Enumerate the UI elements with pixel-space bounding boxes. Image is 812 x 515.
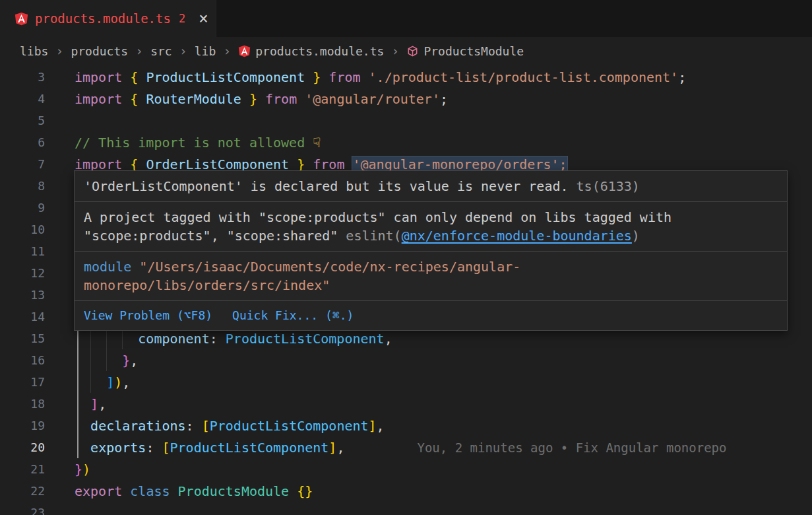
breadcrumb-item-file[interactable]: products.module.ts bbox=[238, 44, 384, 58]
code-text: import { ProductListComponent } from './… bbox=[65, 69, 686, 85]
tab-products-module-ts[interactable]: products.module.ts 2 × bbox=[0, 0, 216, 37]
breadcrumb-item-lib[interactable]: lib bbox=[195, 44, 216, 58]
hover-message: 'OrderListComponent' is declared but its… bbox=[75, 171, 787, 202]
hover-message: module "/Users/isaac/Documents/code/nx-r… bbox=[75, 252, 787, 301]
code-text: declarations: [ProductListComponent], bbox=[65, 418, 385, 434]
hover-message-line: A project tagged with "scope:products" c… bbox=[84, 208, 778, 226]
chevron-right-icon: › bbox=[390, 43, 400, 59]
code-text: ]), bbox=[65, 374, 130, 390]
chevron-right-icon: › bbox=[222, 43, 232, 59]
tab-bar: products.module.ts 2 × bbox=[0, 0, 812, 37]
line-number: 13 bbox=[0, 288, 65, 302]
hover-actions: View Problem (⌥F8)Quick Fix... (⌘.) bbox=[75, 301, 787, 330]
tab-title: products.module.ts bbox=[35, 11, 171, 26]
line-number: 3 bbox=[0, 70, 65, 84]
breadcrumb-item-src[interactable]: src bbox=[150, 44, 172, 58]
code-text: component: ProductListComponent, bbox=[65, 331, 392, 347]
line-number: 19 bbox=[0, 419, 65, 432]
code-line-3[interactable]: 3import { ProductListComponent } from '.… bbox=[0, 66, 812, 88]
code-line-4[interactable]: 4import { RouterModule } from '@angular/… bbox=[0, 88, 812, 110]
chevron-right-icon: › bbox=[135, 43, 144, 59]
chevron-right-icon: › bbox=[55, 43, 64, 59]
code-text: }) bbox=[65, 462, 90, 477]
code-line-5[interactable]: 5 bbox=[0, 110, 812, 131]
line-number: 15 bbox=[0, 331, 65, 345]
code-text: // This import is not allowed ☟ bbox=[65, 135, 321, 151]
tab-problem-count-badge: 2 bbox=[179, 12, 185, 25]
hover-message-line: 'OrderListComponent' is declared but its… bbox=[84, 177, 778, 195]
code-line-16[interactable]: 16 }, bbox=[0, 349, 812, 371]
indent-guide bbox=[90, 349, 91, 371]
breadcrumb-item-products[interactable]: products bbox=[71, 44, 128, 58]
line-number: 4 bbox=[0, 92, 65, 106]
code-text: ], bbox=[65, 396, 106, 412]
line-number: 6 bbox=[0, 135, 65, 149]
indent-guide bbox=[90, 371, 91, 393]
code-text: export class ProductsModule {} bbox=[65, 483, 313, 499]
line-number: 18 bbox=[0, 397, 65, 411]
module-symbol-icon bbox=[406, 45, 419, 57]
view-problem-action[interactable]: View Problem (⌥F8) bbox=[84, 306, 212, 325]
line-number: 11 bbox=[0, 244, 65, 258]
hover-message: A project tagged with "scope:products" c… bbox=[75, 202, 787, 252]
line-number: 20 bbox=[0, 440, 65, 454]
breadcrumb-item-symbol[interactable]: ProductsModule bbox=[406, 44, 524, 58]
hover-message-line: module "/Users/isaac/Documents/code/nx-r… bbox=[84, 258, 778, 276]
line-number: 14 bbox=[0, 310, 65, 324]
code-line-6[interactable]: 6// This import is not allowed ☟ bbox=[0, 131, 812, 153]
active-indent-guide bbox=[77, 327, 78, 458]
eslint-rule-link[interactable]: @nx/enforce-module-boundaries bbox=[402, 228, 632, 244]
line-number: 23 bbox=[0, 506, 65, 515]
code-text: }, bbox=[65, 353, 138, 368]
angular-icon bbox=[238, 45, 251, 57]
hover-message-line: monorepo/libs/orders/src/index" bbox=[84, 276, 778, 294]
line-number: 8 bbox=[0, 179, 65, 193]
git-blame-annotation: You, 2 minutes ago • Fix Angular monorep… bbox=[417, 440, 726, 455]
line-number: 16 bbox=[0, 353, 65, 367]
line-number: 21 bbox=[0, 462, 65, 476]
hover-popup: 'OrderListComponent' is declared but its… bbox=[74, 170, 788, 331]
close-icon[interactable]: × bbox=[199, 11, 208, 26]
breadcrumb: libs › products › src › lib › products.m… bbox=[0, 37, 812, 65]
code-text: exports: [ProductListComponent], bbox=[65, 440, 344, 456]
line-number: 9 bbox=[0, 201, 65, 215]
code-line-23[interactable]: 23 bbox=[0, 502, 812, 515]
code-line-19[interactable]: 19 declarations: [ProductListComponent], bbox=[0, 415, 812, 436]
editor[interactable]: 3import { ProductListComponent } from '.… bbox=[0, 65, 812, 515]
quick-fix-action[interactable]: Quick Fix... (⌘.) bbox=[232, 306, 354, 325]
breadcrumb-item-libs[interactable]: libs bbox=[20, 44, 48, 58]
chevron-right-icon: › bbox=[179, 43, 188, 59]
breadcrumb-file-label: products.module.ts bbox=[255, 44, 384, 58]
line-number: 17 bbox=[0, 375, 65, 389]
code-text: import { OrderListComponent } from '@ang… bbox=[65, 156, 567, 172]
line-number: 10 bbox=[0, 223, 65, 236]
code-text: import { RouterModule } from '@angular/r… bbox=[65, 91, 448, 107]
code-line-22[interactable]: 22export class ProductsModule {} bbox=[0, 480, 812, 502]
hover-message-line: "scope:products", "scope:shared" eslint(… bbox=[84, 226, 778, 245]
code-line-21[interactable]: 21}) bbox=[0, 458, 812, 480]
angular-icon bbox=[15, 12, 28, 26]
indent-guide bbox=[106, 349, 107, 371]
line-number: 12 bbox=[0, 266, 65, 280]
line-number: 7 bbox=[0, 157, 65, 171]
line-number: 5 bbox=[0, 114, 65, 127]
code-line-17[interactable]: 17 ]), bbox=[0, 371, 812, 393]
code-line-18[interactable]: 18 ], bbox=[0, 393, 812, 415]
code-line-20[interactable]: 20 exports: [ProductListComponent],You, … bbox=[0, 436, 812, 458]
line-number: 22 bbox=[0, 484, 65, 498]
breadcrumb-symbol-label: ProductsModule bbox=[423, 44, 524, 58]
